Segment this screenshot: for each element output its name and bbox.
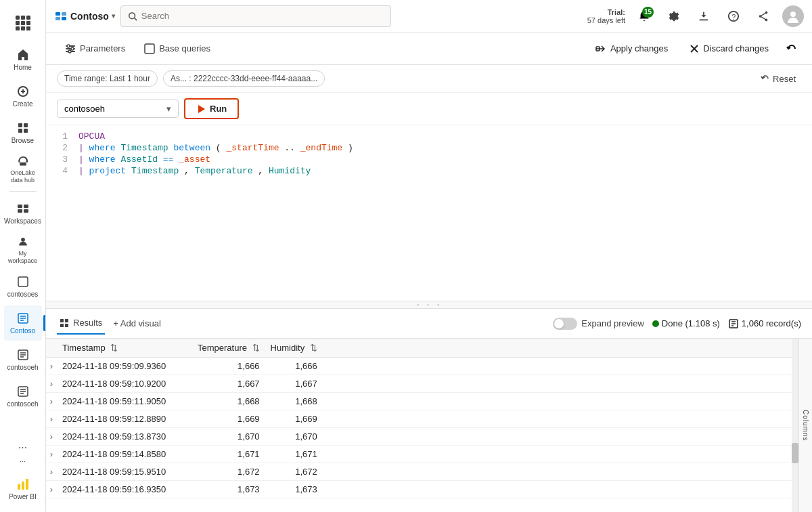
svg-text:?: ? (731, 12, 736, 20)
th-timestamp[interactable]: Timestamp ⇅ (57, 339, 192, 358)
columns-sidebar[interactable]: Columns (798, 339, 812, 512)
nav-onelake[interactable]: OneLake data hub (4, 152, 42, 187)
datasource-select[interactable]: contosoeh ▾ (57, 100, 179, 118)
line-num-4: 4 (57, 166, 68, 176)
nav-home[interactable]: Home (4, 42, 42, 77)
kw-timestamp-4: Timestamp (131, 166, 179, 176)
scrollbar-thumb[interactable] (792, 443, 798, 463)
row-expand-1[interactable]: › (46, 375, 57, 393)
svg-rect-7 (20, 163, 26, 166)
run-icon (196, 104, 206, 114)
share-button[interactable] (752, 5, 774, 27)
parameters-tab[interactable]: Parameters (57, 38, 133, 60)
asset-filter[interactable]: As... : 2222cccc-33dd-eeee-ff44-aaaaa... (163, 70, 325, 87)
app-name-button[interactable]: Contoso ▾ (54, 9, 115, 23)
nav-contoso-label: Contoso (10, 327, 35, 335)
row-expand-4[interactable]: › (46, 428, 57, 446)
code-line-1: 1 OPCUA (57, 131, 801, 142)
svg-rect-21 (62, 12, 66, 16)
line-num-2: 2 (57, 143, 68, 153)
svg-point-12 (21, 238, 25, 242)
grid-icon (16, 16, 30, 30)
toggle-track[interactable] (553, 318, 577, 330)
search-input[interactable] (141, 11, 384, 21)
th-temperature-sort-icon[interactable]: ⇅ (252, 343, 260, 353)
th-timestamp-sort-icon[interactable]: ⇅ (110, 343, 118, 353)
share-icon (757, 10, 769, 22)
table-row[interactable]: › 2024-11-18 09:59:09.9360 1,666 1,666 (46, 358, 798, 375)
svg-point-39 (71, 47, 74, 50)
resize-handle[interactable]: · · · (46, 301, 812, 309)
kw-assetid: AssetId (120, 154, 162, 165)
th-humidity-sort-icon[interactable]: ⇅ (310, 343, 317, 353)
run-button[interactable]: Run (184, 98, 239, 119)
kw-equals: == (163, 154, 179, 165)
table-row[interactable]: › 2024-11-18 09:59:11.9050 1,668 1,668 (46, 393, 798, 410)
results-area: Results + Add visual Expand preview Done… (46, 309, 812, 512)
th-temperature[interactable]: Temperature ⇅ (192, 339, 265, 358)
cell-timestamp-5: 2024-11-18 09:59:14.8580 (57, 446, 192, 463)
nav-contosoeh-label: contosoeh (7, 364, 38, 372)
results-tab[interactable]: Results (57, 312, 105, 335)
user-avatar[interactable] (782, 5, 804, 27)
search-bar[interactable] (120, 5, 391, 27)
help-button[interactable]: ? (723, 5, 744, 27)
table-row[interactable]: › 2024-11-18 09:59:13.8730 1,670 1,670 (46, 428, 798, 446)
nav-contoso[interactable]: Contoso (4, 305, 42, 341)
row-expand-5[interactable]: › (46, 446, 57, 463)
nav-contosoeh[interactable]: contosoeh (4, 342, 42, 377)
nav-create-label: Create (12, 100, 32, 108)
nav-create[interactable]: Create (4, 79, 42, 114)
discard-changes-button[interactable]: Discard changes (681, 39, 777, 58)
row-expand-2[interactable]: › (46, 393, 57, 410)
settings-button[interactable] (663, 5, 685, 27)
home-icon (16, 48, 30, 62)
nav-myworkspace[interactable]: My workspace (4, 232, 42, 268)
apply-changes-button[interactable]: Apply changes (587, 39, 676, 58)
row-expand-6[interactable]: › (46, 463, 57, 481)
svg-marker-45 (198, 105, 205, 113)
nav-contosoeh2[interactable]: contosoeh (4, 379, 42, 414)
table-row[interactable]: › 2024-11-18 09:59:14.8580 1,671 1,671 (46, 446, 798, 463)
nav-workspaces[interactable]: Workspaces (4, 196, 42, 231)
nav-powerbi[interactable]: Power BI (4, 471, 42, 507)
table-row[interactable]: › 2024-11-18 09:59:15.9510 1,672 1,672 (46, 463, 798, 481)
nav-apps-button[interactable] (4, 5, 42, 41)
nav-more[interactable]: ··· ... (4, 435, 42, 470)
more-icon: ··· (18, 442, 27, 454)
time-range-filter[interactable]: Time range: Last 1 hour (57, 70, 158, 87)
refresh-icon (786, 43, 797, 54)
row-expand-3[interactable]: › (46, 410, 57, 428)
svg-rect-49 (65, 324, 68, 327)
row-expand-0[interactable]: › (46, 358, 57, 375)
nav-workspaces-label: Workspaces (4, 217, 41, 226)
cell-temperature-1: 1,667 (192, 375, 265, 393)
notifications-button[interactable]: 15 (633, 5, 655, 27)
row-expand-7[interactable]: › (46, 481, 57, 498)
th-humidity-label: Humidity (271, 343, 305, 353)
contosoeh-icon (16, 348, 30, 362)
trial-badge: Trial: 57 days left (587, 8, 625, 24)
add-visual-button[interactable]: + Add visual (108, 316, 166, 331)
nav-contosoes[interactable]: contosoes (4, 269, 42, 304)
table-row[interactable]: › 2024-11-18 09:59:12.8890 1,669 1,669 (46, 410, 798, 428)
base-queries-tab[interactable]: Base queries (136, 38, 219, 60)
svg-rect-9 (24, 205, 28, 208)
myworkspace-icon (16, 235, 30, 248)
svg-rect-8 (18, 205, 22, 208)
expand-preview-toggle[interactable]: Expand preview (553, 318, 644, 330)
vertical-scrollbar[interactable] (792, 339, 798, 512)
code-editor[interactable]: 1 OPCUA 2 | where Timestamp between ( _s… (46, 125, 812, 301)
reset-button[interactable]: Reset (755, 71, 801, 87)
table-row[interactable]: › 2024-11-18 09:59:10.9200 1,667 1,667 (46, 375, 798, 393)
table-row[interactable]: › 2024-11-18 09:59:16.9350 1,673 1,673 (46, 481, 798, 498)
cell-timestamp-6: 2024-11-18 09:59:15.9510 (57, 463, 192, 481)
svg-rect-20 (55, 12, 60, 16)
paren-close: ) (348, 143, 353, 153)
th-humidity[interactable]: Humidity ⇅ (265, 339, 323, 358)
nav-browse[interactable]: Browse (4, 115, 42, 150)
cell-temperature-3: 1,669 (192, 410, 265, 428)
download-button[interactable] (693, 5, 715, 27)
refresh-button[interactable] (782, 39, 801, 58)
paren-open: ( (216, 143, 221, 153)
